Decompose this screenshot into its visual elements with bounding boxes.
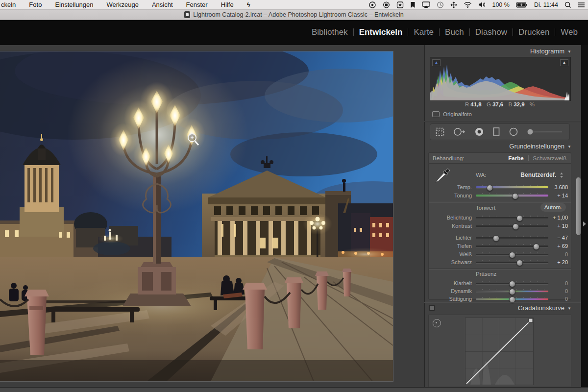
slider-knob[interactable] (516, 215, 523, 221)
slider-knob[interactable] (512, 193, 518, 199)
target-adjustment-tool-icon[interactable] (433, 319, 441, 327)
module-drucken[interactable]: Drucken (518, 27, 549, 37)
tone-curve-grid[interactable] (465, 318, 534, 385)
saturation-slider[interactable] (476, 298, 548, 300)
module-web[interactable]: Web (561, 27, 578, 37)
graduated-filter-tool-icon[interactable] (492, 127, 500, 137)
menu-item-foto[interactable]: Foto (29, 1, 42, 8)
temp-slider[interactable] (476, 186, 548, 188)
adjustment-brush-tool-icon[interactable] (527, 127, 563, 137)
slider-label: Sättigung (429, 296, 472, 302)
red-eye-tool-icon[interactable] (474, 127, 484, 137)
basic-panel-header[interactable]: Grundeinstellungen▼ (428, 143, 571, 150)
radial-filter-tool-icon[interactable] (509, 127, 518, 137)
menu-item-fenster[interactable]: Fenster (186, 1, 208, 8)
treatment-bw-button[interactable]: Schwarzweiß (533, 155, 566, 161)
slider-knob[interactable] (533, 244, 539, 250)
contrast-slider[interactable] (476, 225, 548, 227)
module-separator (555, 28, 555, 36)
highlights-slider[interactable] (476, 237, 548, 239)
module-separator (408, 28, 408, 36)
module-entwickeln[interactable]: Entwickeln (359, 27, 403, 37)
lightning-icon[interactable]: ϟ (247, 1, 250, 8)
highlight-clipping-indicator[interactable]: ▲ (560, 59, 568, 66)
tone-section-label: Tonwert (476, 205, 495, 211)
panel-divider (424, 302, 581, 302)
photo[interactable] (0, 51, 393, 381)
menu-item-werkzeuge[interactable]: Werkzeuge (106, 1, 139, 8)
slider-knob[interactable] (509, 289, 515, 295)
creative-cloud-icon[interactable] (368, 1, 376, 8)
wifi-icon[interactable] (464, 1, 472, 8)
auto-tone-button[interactable]: Autom. (540, 203, 566, 212)
slider-value: 0 (540, 280, 568, 286)
slider-knob[interactable] (513, 223, 519, 230)
menu-item-hilfe[interactable]: Hilfe (221, 1, 234, 8)
airplay-icon[interactable] (422, 1, 430, 8)
spot-removal-tool-icon[interactable] (453, 127, 466, 137)
menu-list-icon[interactable] (578, 2, 585, 8)
slider-knob[interactable] (509, 252, 515, 258)
module-picker: Bibliothek Entwickeln Karte Buch Diashow… (0, 20, 588, 45)
menu-item-entwickeln[interactable]: ckeln (1, 1, 16, 8)
rgb-readout: R41,8 G37,6 B32,9 % (430, 101, 570, 107)
spotlight-icon[interactable] (564, 1, 571, 8)
slider-row-vibrance: Dynamik 0 (429, 287, 572, 295)
slider-value: + 14 (540, 193, 568, 198)
slider-value: + 1,00 (540, 215, 568, 220)
slider-knob[interactable] (516, 260, 523, 266)
whites-slider[interactable] (476, 254, 548, 255)
status-icon-cluster: 100 % Di. 11:44 (368, 0, 585, 9)
shadow-clipping-indicator[interactable]: ▲ (432, 59, 441, 66)
exposure-slider[interactable] (476, 217, 548, 219)
slider-row-clarity: Klarheit 0 (429, 279, 572, 288)
histogram-panel-header[interactable]: Histogramm▼ (428, 48, 571, 55)
record-icon[interactable] (383, 1, 390, 8)
document-proxy-icon (184, 11, 190, 18)
panel-scrollbar[interactable] (576, 177, 581, 235)
blacks-slider[interactable] (476, 262, 548, 263)
gallery-icon[interactable] (396, 1, 404, 8)
tone-curve-panel-header[interactable]: Gradationskurve▼ (428, 304, 571, 312)
module-diashow[interactable]: Diashow (475, 27, 507, 37)
module-buch[interactable]: Buch (445, 27, 464, 37)
tint-slider[interactable] (476, 195, 548, 196)
slider-row-highlights: Lichter − 47 (429, 234, 572, 242)
bookmark-icon[interactable] (410, 1, 416, 8)
menu-bar: ckeln Foto Einstellungen Werkzeuge Ansic… (0, 0, 588, 10)
battery-icon (516, 2, 528, 8)
window-title-bar: Lightroom Catalog-2.lrcat – Adobe Photos… (0, 9, 588, 20)
curve-point-handle[interactable] (529, 318, 533, 322)
module-karte[interactable]: Karte (414, 27, 434, 37)
slider-value: + 20 (540, 259, 568, 265)
menu-item-einstellungen[interactable]: Einstellungen (55, 1, 93, 8)
move-icon[interactable] (450, 1, 457, 8)
vibrance-slider[interactable] (476, 291, 548, 292)
module-separator (439, 28, 440, 36)
slider-knob[interactable] (487, 185, 493, 191)
right-edge-strip (581, 45, 588, 387)
checkbox-icon[interactable] (432, 111, 440, 117)
panel-collapse-arrow-icon[interactable] (583, 221, 586, 226)
slider-knob[interactable] (493, 235, 499, 242)
clarity-slider[interactable] (476, 283, 548, 284)
slider-label: Kontrast (429, 223, 472, 229)
histogram[interactable]: ▲ ▲ (430, 57, 571, 101)
slider-row-whites: Weiß 0 (429, 250, 572, 259)
battery-percent: 100 % (492, 1, 509, 8)
module-bibliothek[interactable]: Bibliothek (312, 27, 348, 37)
time-machine-icon[interactable] (437, 1, 444, 8)
dropdown-arrows-icon[interactable] (560, 172, 564, 178)
basic-panel-body: WA: Benutzerdef. Temp. 3.688 Tonung + 14… (428, 163, 571, 300)
shadows-slider[interactable] (476, 245, 548, 247)
slider-value: 3.688 (540, 184, 568, 190)
menu-item-ansicht[interactable]: Ansicht (152, 1, 173, 8)
crop-tool-icon[interactable] (435, 127, 445, 137)
original-photo-toggle[interactable]: Originalfoto (432, 111, 472, 117)
wb-preset-dropdown[interactable]: Benutzerdef. (520, 172, 556, 178)
treatment-color-button[interactable]: Farbe (508, 155, 523, 161)
slider-label: Klarheit (429, 280, 472, 286)
volume-icon[interactable] (478, 1, 486, 8)
slider-row-temp: Temp. 3.688 (429, 183, 572, 192)
slider-knob[interactable] (509, 281, 515, 287)
